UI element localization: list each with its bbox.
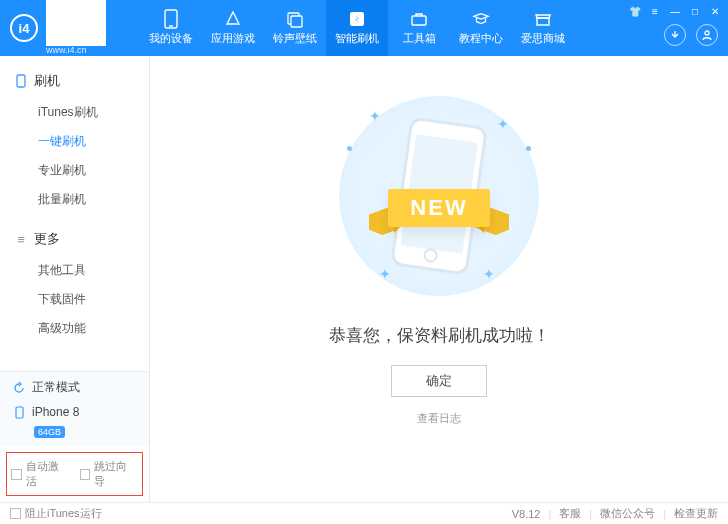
device-mode-label: 正常模式 [32, 379, 80, 396]
body: 刷机 iTunes刷机 一键刷机 专业刷机 批量刷机 ≡ 更多 其他工具 下载固… [0, 56, 728, 502]
version-label: V8.12 [512, 508, 541, 520]
refresh-icon [12, 381, 26, 395]
wechat-link[interactable]: 微信公众号 [600, 506, 655, 521]
user-icon[interactable] [696, 24, 718, 46]
new-ribbon: NEW [388, 189, 489, 227]
tutorial-icon [472, 10, 490, 28]
logo-icon: i4 [10, 14, 38, 42]
nav-smart-flash[interactable]: 智能刷机 [326, 0, 388, 56]
success-message: 恭喜您，保资料刷机成功啦！ [329, 324, 550, 347]
sparkle-icon: ✦ [379, 266, 391, 282]
success-illustration: ✦ ✦ ✦ ✦ NEW [329, 86, 549, 306]
sidebar-item-batch-flash[interactable]: 批量刷机 [0, 185, 149, 214]
sidebar-cat-flash: 刷机 [0, 66, 149, 96]
device-status: 正常模式 iPhone 8 64GB [0, 371, 149, 446]
sidebar: 刷机 iTunes刷机 一键刷机 专业刷机 批量刷机 ≡ 更多 其他工具 下载固… [0, 56, 150, 502]
apps-icon [224, 10, 242, 28]
toolbox-icon [410, 10, 428, 28]
block-itunes-checkbox[interactable]: 阻止iTunes运行 [10, 506, 102, 521]
main-panel: ✦ ✦ ✦ ✦ NEW 恭喜您，保资料刷机成功啦！ 确定 查看日志 [150, 56, 728, 502]
nav-ringtones[interactable]: 铃声壁纸 [264, 0, 326, 56]
svg-rect-3 [291, 16, 302, 27]
nav-tools[interactable]: 工具箱 [388, 0, 450, 56]
sidebar-item-oneclick-flash[interactable]: 一键刷机 [0, 127, 149, 156]
store-icon [534, 10, 552, 28]
checkbox-icon [80, 469, 91, 480]
titlebar: i4 爱思助手 www.i4.cn 我的设备 应用游戏 铃声壁纸 智能刷机 工具… [0, 0, 728, 56]
view-log-link[interactable]: 查看日志 [417, 411, 461, 426]
tshirt-icon[interactable]: 👕 [628, 4, 642, 18]
top-nav: 我的设备 应用游戏 铃声壁纸 智能刷机 工具箱 教程中心 爱思商城 [140, 0, 574, 56]
app-logo: i4 爱思助手 www.i4.cn [10, 0, 140, 55]
app-url: www.i4.cn [46, 46, 106, 56]
sidebar-cat-more: ≡ 更多 [0, 224, 149, 254]
sidebar-item-download-fw[interactable]: 下载固件 [0, 285, 149, 314]
device-mode-row[interactable]: 正常模式 [0, 372, 149, 403]
sparkle-icon: ✦ [483, 266, 495, 282]
sidebar-item-itunes-flash[interactable]: iTunes刷机 [0, 98, 149, 127]
device-name-label: iPhone 8 [32, 405, 79, 419]
account-icons [664, 24, 718, 46]
auto-activate-checkbox[interactable]: 自动激活 [11, 459, 70, 489]
nav-store[interactable]: 爱思商城 [512, 0, 574, 56]
ok-button[interactable]: 确定 [391, 365, 487, 397]
device-name-row[interactable]: iPhone 8 [0, 403, 149, 426]
svg-rect-7 [17, 75, 25, 87]
skip-guide-checkbox[interactable]: 跳过向导 [80, 459, 139, 489]
svg-rect-8 [16, 407, 23, 418]
sidebar-item-advanced[interactable]: 高级功能 [0, 314, 149, 343]
sidebar-item-pro-flash[interactable]: 专业刷机 [0, 156, 149, 185]
sparkle-icon: ✦ [369, 108, 381, 124]
checkbox-icon [11, 469, 22, 480]
nav-tutorial[interactable]: 教程中心 [450, 0, 512, 56]
menu-icon[interactable]: ≡ [648, 4, 662, 18]
phone-icon [14, 74, 28, 88]
maximize-icon[interactable]: □ [688, 4, 702, 18]
nav-my-device[interactable]: 我的设备 [140, 0, 202, 56]
flash-icon [348, 10, 366, 28]
check-update-link[interactable]: 检查更新 [674, 506, 718, 521]
checkbox-icon [10, 508, 21, 519]
svg-rect-5 [412, 16, 426, 25]
footer: 阻止iTunes运行 V8.12 | 客服 | 微信公众号 | 检查更新 [0, 502, 728, 524]
ringtone-icon [286, 10, 304, 28]
device-icon [162, 10, 180, 28]
svg-point-6 [705, 31, 709, 35]
storage-badge: 64GB [34, 426, 65, 438]
nav-apps[interactable]: 应用游戏 [202, 0, 264, 56]
highlighted-options: 自动激活 跳过向导 [6, 452, 143, 496]
service-link[interactable]: 客服 [559, 506, 581, 521]
download-icon[interactable] [664, 24, 686, 46]
close-icon[interactable]: ✕ [708, 4, 722, 18]
device-small-icon [12, 405, 26, 419]
minimize-icon[interactable]: — [668, 4, 682, 18]
more-icon: ≡ [14, 232, 28, 246]
sidebar-item-other-tools[interactable]: 其他工具 [0, 256, 149, 285]
svg-rect-4 [350, 12, 364, 26]
window-controls: 👕 ≡ — □ ✕ [628, 4, 722, 18]
app-title: 爱思助手 [46, 0, 106, 45]
sparkle-icon: ✦ [497, 116, 509, 132]
